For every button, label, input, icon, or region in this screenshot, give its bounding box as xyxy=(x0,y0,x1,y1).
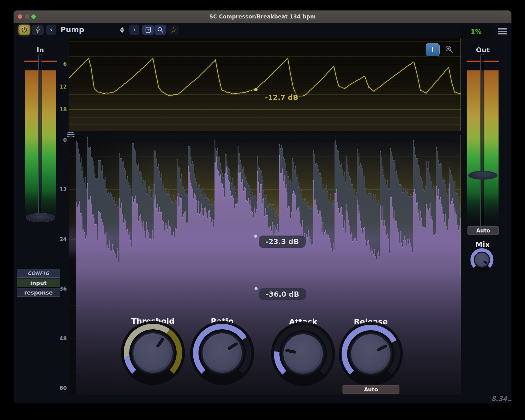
release-knob[interactable] xyxy=(339,322,403,386)
panel-divider-handle[interactable] xyxy=(66,131,75,138)
config-response-button[interactable]: response xyxy=(17,288,60,297)
preset-selector-button[interactable] xyxy=(118,25,126,35)
output-gain-slider-track[interactable] xyxy=(480,54,484,229)
gr-readout-dot xyxy=(254,88,258,91)
zoom-button[interactable] xyxy=(31,14,36,19)
output-gain-slider-thumb[interactable] xyxy=(468,171,498,180)
zoom-display-button[interactable] xyxy=(444,44,455,55)
lightning-icon xyxy=(35,26,41,34)
chevron-left-icon: ‹ xyxy=(50,26,53,33)
star-icon: ☆ xyxy=(170,26,177,34)
window-title: SC Compressor/Breakbeat 134 bpm xyxy=(14,14,511,20)
chevron-right-icon: › xyxy=(133,26,136,33)
input-meter-label: In xyxy=(31,46,50,54)
gr-readout-label: -12.7 dB xyxy=(260,92,303,103)
threshold-marker-label[interactable]: -23.3 dB xyxy=(259,236,306,248)
favorite-preset-button[interactable]: ☆ xyxy=(167,25,179,35)
cpu-load-value: 1% xyxy=(471,28,482,36)
ratio-knob[interactable] xyxy=(190,321,254,385)
hamburger-icon xyxy=(498,28,507,30)
plugin-window: SC Compressor/Breakbeat 134 bpm ‹ Pump › xyxy=(14,10,511,403)
output-meter-label: Out xyxy=(474,46,492,54)
info-button[interactable]: i xyxy=(426,43,440,56)
release-auto-button[interactable]: Auto xyxy=(343,385,399,394)
level-axis-tick: 48 xyxy=(52,335,67,342)
input-gain-slider-track[interactable] xyxy=(38,54,42,222)
close-button[interactable] xyxy=(18,14,22,19)
mix-knob[interactable] xyxy=(469,247,495,272)
version-number: 8.34 xyxy=(464,395,507,402)
power-icon xyxy=(21,26,28,33)
grip-icon xyxy=(66,131,75,138)
preset-name[interactable]: Pump xyxy=(60,25,84,35)
preset-previous-button[interactable]: ‹ xyxy=(46,25,56,35)
level-axis-tick: 60 xyxy=(52,385,67,391)
settings-menu-button[interactable] xyxy=(498,28,507,35)
save-preset-button[interactable] xyxy=(142,25,154,35)
delta-listen-button[interactable] xyxy=(32,25,44,35)
screen: SC Compressor/Breakbeat 134 bpm ‹ Pump › xyxy=(0,0,525,420)
preset-next-button[interactable]: › xyxy=(129,25,139,35)
up-down-arrows-icon xyxy=(120,27,124,30)
traffic-lights xyxy=(18,10,36,23)
cpu-load-display: 1% xyxy=(459,26,493,38)
config-input-button[interactable]: input xyxy=(17,279,60,287)
resize-handle[interactable] xyxy=(508,397,511,401)
range-marker-label[interactable]: -36.0 dB xyxy=(259,288,306,300)
add-preset-icon xyxy=(144,26,152,34)
search-presets-button[interactable] xyxy=(154,25,166,35)
config-header: CONFIG xyxy=(17,269,60,278)
title-bar[interactable]: SC Compressor/Breakbeat 134 bpm xyxy=(14,10,511,23)
magnifier-plus-icon xyxy=(444,44,455,55)
output-auto-gain-button[interactable]: Auto xyxy=(467,226,499,235)
magnifier-icon xyxy=(157,26,164,34)
attack-knob[interactable] xyxy=(271,322,335,386)
input-gain-slider-thumb[interactable] xyxy=(26,213,55,222)
minimize-button[interactable] xyxy=(25,14,29,19)
gain-reduction-graph[interactable] xyxy=(69,38,461,131)
power-button[interactable] xyxy=(18,25,30,35)
threshold-knob[interactable] xyxy=(121,321,185,385)
config-panel: CONFIG input response xyxy=(17,269,60,297)
level-axis-tick: 24 xyxy=(52,236,67,242)
